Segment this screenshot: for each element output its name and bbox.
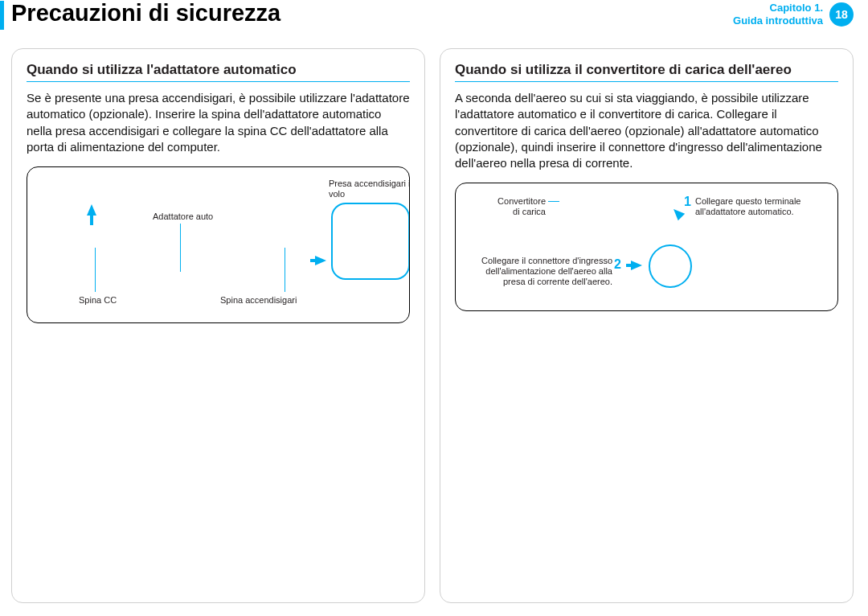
heading-divider [27,81,410,82]
accent-bar [0,1,4,30]
illustration-airplane-converter: Convertitore di carica 1 Collegare quest… [455,183,838,311]
heading-auto-adapter: Quando si utilizza l'adattatore automati… [27,62,410,78]
arrow-diag-icon [670,206,685,220]
illustration-auto-adapter: Presa accendisigari in volo Adattatore a… [27,166,410,323]
chapter-block: Capitolo 1. Guida introduttiva 18 [733,2,854,28]
leader-spina-cc [95,248,96,292]
heading-airplane-converter: Quando si utilizza il convertitore di ca… [455,62,838,78]
arrow-right-stub [310,259,315,262]
chapter-line-1: Capitolo 1. [733,2,823,14]
leader-convertitore [548,201,559,202]
label-convertitore: Convertitore di carica [489,196,546,216]
outline-socket-circle [649,244,692,288]
body-airplane-converter: A seconda dell'aereo su cui si sta viagg… [455,90,838,171]
leader-spina-accendisigari [285,248,285,292]
page-number-badge: 18 [829,2,854,27]
panel-airplane-converter: Quando si utilizza il convertitore di ca… [440,48,854,603]
arrow-up-icon [87,204,96,216]
arrow-right-step2-icon [631,261,642,270]
arrow-right-step2-stub [626,264,631,267]
chapter-text: Capitolo 1. Guida introduttiva [733,2,823,28]
chapter-line-2: Guida introduttiva [733,14,823,27]
label-step-2: Collegare il connettore d'ingresso dell'… [472,256,612,286]
body-auto-adapter: Se è presente una presa accendisigari, è… [27,90,410,155]
label-adattatore-auto: Adattatore auto [153,211,213,222]
arrow-right-icon [315,256,326,265]
label-spina-accendisigari: Spina accendisigari [220,295,297,306]
heading-divider-2 [455,81,838,82]
outline-airplane-socket [331,203,410,280]
step-number-1: 1 [684,195,691,209]
label-presa-in-volo: Presa accendisigari in volo [329,179,410,199]
label-spina-cc: Spina CC [79,295,117,306]
leader-adattatore [180,224,181,272]
arrow-up-stub [90,216,93,225]
step-number-2: 2 [614,257,621,272]
panels: Quando si utilizza l'adattatore automati… [11,48,854,603]
page-title: Precauzioni di sicurezza [11,0,280,27]
page: Precauzioni di sicurezza Capitolo 1. Gui… [0,0,868,616]
page-number: 18 [835,8,848,21]
label-step-1: Collegare questo terminale all'adattator… [695,196,824,216]
panel-auto-adapter: Quando si utilizza l'adattatore automati… [11,48,425,603]
